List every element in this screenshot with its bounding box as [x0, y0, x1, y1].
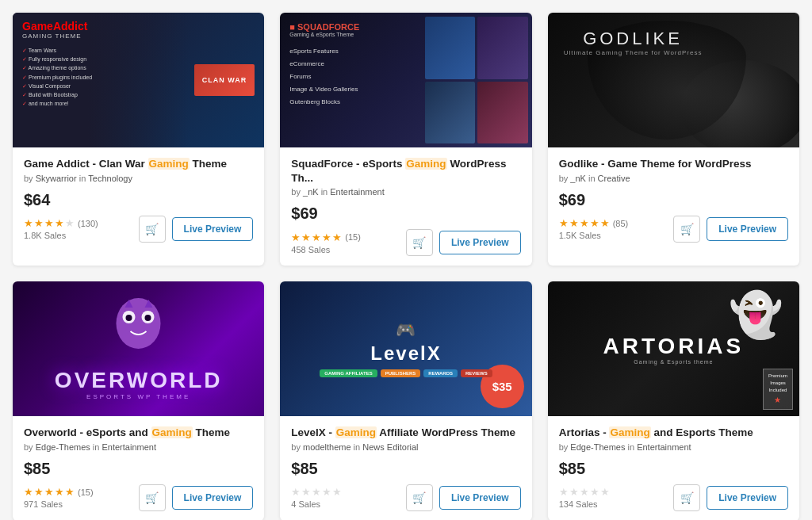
- card-footer-artorias: ★ ★ ★ ★ ★ 134 Sales 🛒 Live Preview: [559, 484, 788, 511]
- card-image-overworld: OVERWORLD ESPORTS WP THEME: [13, 281, 264, 416]
- svg-point-3: [125, 315, 132, 321]
- levelx-text-content: 🎮 LevelX GAMING AFFILIATES PUBLISHERS RE…: [320, 320, 492, 377]
- overworld-creature: [113, 293, 164, 353]
- star-3: ★: [312, 486, 321, 498]
- star-5: ★: [65, 486, 75, 498]
- live-preview-button-artorias[interactable]: Live Preview: [707, 486, 788, 510]
- live-preview-button-squadforce[interactable]: Live Preview: [439, 231, 521, 254]
- rating-block-game-addict: ★ ★ ★ ★ ★ (130) 1.8K Sales: [24, 217, 98, 240]
- card-game-addict: GameAddict GAMING THEME Team Wars Fully …: [13, 13, 264, 266]
- add-to-cart-button-artorias[interactable]: 🛒: [673, 484, 700, 511]
- card-image-squadforce: ■ SQUADFORCE Gaming & eSports Theme eSpo…: [280, 13, 531, 147]
- rating-block-godlike: ★ ★ ★ ★ ★ (85) 1.5K Sales: [559, 217, 629, 240]
- card-squadforce: ■ SQUADFORCE Gaming & eSports Theme eSpo…: [280, 13, 531, 266]
- category-link-levelx[interactable]: News Editorial: [362, 442, 418, 452]
- category-link-artorias[interactable]: Entertainment: [637, 442, 691, 452]
- author-link-godlike[interactable]: _nK: [570, 174, 586, 183]
- live-preview-button-godlike[interactable]: Live Preview: [707, 217, 788, 241]
- sf-thumb-2: [477, 17, 528, 79]
- add-to-cart-button-levelx[interactable]: 🛒: [406, 484, 433, 511]
- star-4: ★: [590, 486, 599, 498]
- author-link-overworld[interactable]: Edge-Themes: [36, 442, 90, 452]
- card-artorias: 👻 ARTORIAS Gaming & Esports theme Premiu…: [548, 281, 799, 520]
- add-to-cart-button-squadforce[interactable]: 🛒: [406, 229, 433, 256]
- levelx-icon: 🎮: [320, 320, 492, 339]
- category-link-overworld[interactable]: Entertainment: [102, 442, 155, 452]
- card-footer-godlike: ★ ★ ★ ★ ★ (85) 1.5K Sales 🛒 Live Preview: [559, 216, 788, 243]
- premium-images-badge: PremiumImagesIncluded★: [763, 369, 793, 410]
- star-2: ★: [301, 486, 311, 498]
- live-preview-button-levelx[interactable]: Live Preview: [439, 486, 521, 510]
- live-preview-button-game-addict[interactable]: Live Preview: [172, 217, 254, 241]
- add-to-cart-button-godlike[interactable]: 🛒: [673, 216, 700, 243]
- card-levelx: 🎮 LevelX GAMING AFFILIATES PUBLISHERS RE…: [280, 281, 531, 520]
- star-3: ★: [580, 486, 589, 498]
- star-5: ★: [65, 217, 75, 229]
- star-3: ★: [312, 231, 321, 243]
- author-link-levelx[interactable]: modeltheme: [303, 442, 351, 452]
- star-2: ★: [569, 486, 579, 498]
- svg-point-0: [116, 298, 160, 349]
- card-title-overworld: Overworld - eSports and Gaming Theme: [24, 426, 253, 440]
- card-author-godlike: by _nK in Creative: [559, 174, 788, 183]
- category-link-game-addict[interactable]: Technology: [88, 174, 132, 183]
- ga-features: Team Wars Fully responsive design Amazin…: [22, 46, 92, 108]
- star-4: ★: [55, 217, 64, 229]
- card-author-overworld: by Edge-Themes in Entertainment: [24, 442, 253, 452]
- star-3: ★: [580, 217, 589, 229]
- card-price-overworld: $85: [24, 460, 253, 478]
- levelx-brand-title: LevelX: [320, 342, 492, 365]
- sales-overworld: 971 Sales: [24, 499, 94, 509]
- category-link-godlike[interactable]: Creative: [598, 174, 630, 183]
- sf-screenshots: [425, 17, 528, 143]
- card-image-godlike: GODLIKE Ultimate Gaming Theme for WordPr…: [548, 13, 799, 147]
- card-actions-overworld: 🛒 Live Preview: [139, 484, 254, 511]
- star-1: ★: [24, 486, 33, 498]
- rating-count-overworld: (15): [78, 488, 94, 497]
- card-image-levelx: 🎮 LevelX GAMING AFFILIATES PUBLISHERS RE…: [280, 281, 531, 416]
- star-1: ★: [291, 231, 301, 243]
- card-footer-game-addict: ★ ★ ★ ★ ★ (130) 1.8K Sales 🛒 Live Previe…: [24, 216, 253, 243]
- rating-block-levelx: ★ ★ ★ ★ ★ 4 Sales: [291, 486, 342, 509]
- stars-game-addict: ★ ★ ★ ★ ★: [24, 217, 75, 229]
- card-title-levelx: LevelX - Gaming Affiliate WordPress Them…: [291, 426, 520, 440]
- svg-point-4: [144, 315, 151, 321]
- card-actions-artorias: 🛒 Live Preview: [673, 484, 788, 511]
- rating-block-overworld: ★ ★ ★ ★ ★ (15) 971 Sales: [24, 486, 94, 509]
- card-actions-squadforce: 🛒 Live Preview: [406, 229, 521, 256]
- card-body-squadforce: SquadForce - eSports Gaming WordPress Th…: [280, 147, 531, 266]
- sf-thumb-3: [425, 82, 476, 144]
- author-link-artorias[interactable]: Edge-Themes: [570, 442, 625, 452]
- badge-reviews: REVIEWS: [461, 369, 492, 377]
- star-4: ★: [322, 486, 331, 498]
- rating-count-squadforce: (15): [345, 232, 361, 242]
- ga-banner: CLAN WAR: [194, 64, 255, 96]
- add-to-cart-button-game-addict[interactable]: 🛒: [139, 216, 166, 243]
- category-link-squadforce[interactable]: Entertainment: [330, 187, 384, 197]
- live-preview-button-overworld[interactable]: Live Preview: [172, 486, 254, 510]
- sales-levelx: 4 Sales: [291, 499, 342, 509]
- card-title-game-addict: Game Addict - Clan War Gaming Theme: [24, 157, 253, 171]
- card-body-levelx: LevelX - Gaming Affiliate WordPress Them…: [280, 416, 531, 520]
- ga-brand-title: GameAddict: [22, 21, 92, 32]
- star-2: ★: [34, 217, 44, 229]
- star-4: ★: [590, 217, 599, 229]
- sales-game-addict: 1.8K Sales: [24, 231, 98, 240]
- badge-gaming: GAMING AFFILIATES: [320, 369, 377, 377]
- rating-block-artorias: ★ ★ ★ ★ ★ 134 Sales: [559, 486, 610, 509]
- stars-overworld: ★ ★ ★ ★ ★: [24, 486, 75, 498]
- star-1: ★: [559, 217, 569, 229]
- card-actions-levelx: 🛒 Live Preview: [406, 484, 521, 511]
- star-3: ★: [44, 217, 54, 229]
- author-link-game-addict[interactable]: Skywarrior: [36, 174, 77, 183]
- card-body-godlike: Godlike - Game Theme for WordPress by _n…: [548, 147, 799, 252]
- overworld-brand-title: OVERWORLD: [13, 368, 264, 393]
- overworld-brand-subtitle: ESPORTS WP THEME: [13, 393, 264, 400]
- add-to-cart-button-overworld[interactable]: 🛒: [139, 484, 166, 511]
- card-price-godlike: $69: [559, 191, 788, 209]
- author-link-squadforce[interactable]: _nK: [303, 187, 319, 197]
- sf-tagline: Gaming & eSports Theme: [289, 32, 359, 37]
- card-actions-game-addict: 🛒 Live Preview: [139, 216, 254, 243]
- card-footer-levelx: ★ ★ ★ ★ ★ 4 Sales 🛒 Live Preview: [291, 484, 520, 511]
- card-author-levelx: by modeltheme in News Editorial: [291, 442, 520, 452]
